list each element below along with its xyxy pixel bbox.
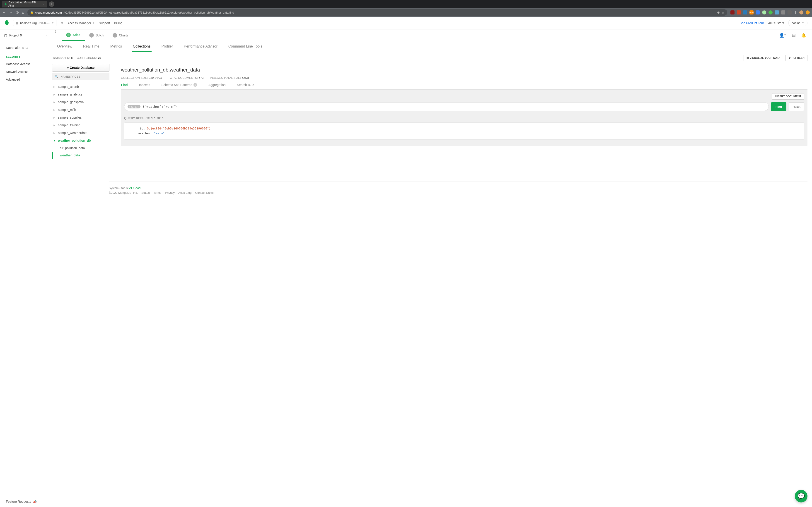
db-item[interactable]: ▶sample_analytics <box>52 91 109 98</box>
chevron-right-icon: ▶ <box>53 116 56 119</box>
collection-item[interactable]: air_pollution_data <box>52 145 109 152</box>
sidebar-item-advanced[interactable]: Advanced <box>0 75 52 83</box>
gear-icon[interactable]: ⚙ <box>60 21 63 25</box>
find-button[interactable]: Find <box>771 102 786 111</box>
footer-link[interactable]: Status <box>141 191 150 194</box>
chevron-right-icon: ▶ <box>53 93 56 96</box>
more-icon[interactable]: ⋮ <box>794 11 797 14</box>
anti-pattern-count: 0 <box>194 83 197 87</box>
databases-label: DATABASES: <box>53 56 70 60</box>
extension-icon[interactable] <box>756 10 760 14</box>
footer-link[interactable]: Privacy <box>165 191 175 194</box>
chevron-down-icon: ▼ <box>802 22 804 24</box>
total-documents: 573 <box>199 76 204 79</box>
browser-tab[interactable]: ◆ Data | Atlas: MongoDB Atlas × <box>2 1 47 7</box>
cluster-tab-profiler[interactable]: Profiler <box>161 44 174 52</box>
project-name: Project 0 <box>9 34 22 37</box>
status-badge[interactable]: All Good <box>129 186 141 190</box>
collection-tab-indexes[interactable]: Indexes <box>139 83 150 87</box>
all-clusters-link[interactable]: All Clusters <box>768 21 784 25</box>
extension-icon[interactable] <box>768 10 773 14</box>
cluster-tab-collections[interactable]: Collections <box>132 44 151 52</box>
star-icon[interactable]: ☆ <box>722 11 724 14</box>
project-selector[interactable]: ▢ Project 0 ▼ <box>0 30 52 41</box>
url-bar[interactable]: 🔒 cloud.mongodb.com/v2/5ea33652445d921ef… <box>28 9 727 16</box>
cluster-tab-metrics[interactable]: Metrics <box>109 44 123 52</box>
create-database-button[interactable]: + Create Database <box>52 64 109 71</box>
visualize-button[interactable]: ▥ VISUALIZE YOUR DATA <box>744 55 783 61</box>
namespace-search[interactable]: 🔍 NAMESPACES <box>52 73 109 80</box>
cluster-tab-overview[interactable]: Overview <box>56 44 73 52</box>
forward-icon[interactable]: → <box>9 10 13 14</box>
chevron-right-icon: ▶ <box>53 101 56 103</box>
sidebar-item-network-access[interactable]: Network Access <box>0 68 52 75</box>
footer-link[interactable]: Contact Sales <box>195 191 214 194</box>
plus-icon: + <box>67 66 70 69</box>
user-menu[interactable]: nadine ▼ <box>788 20 807 26</box>
sidebar-item-datalake[interactable]: Data Lake BETA <box>0 44 52 52</box>
nav-access-manager[interactable]: Access Manager ▼ <box>67 21 95 25</box>
project-menu-icon[interactable]: ⋮ <box>52 30 59 41</box>
refresh-button[interactable]: ↻ REFRESH <box>785 55 807 61</box>
bell-icon[interactable]: 🔔 <box>801 33 806 38</box>
lock-icon: 🔒 <box>30 11 34 14</box>
extension-icon[interactable]: NEW <box>750 10 754 14</box>
collection-tab-find[interactable]: Find <box>121 83 128 87</box>
collection-tab-aggregation[interactable]: Aggregation <box>208 83 226 87</box>
db-item[interactable]: ▶sample_airbnb <box>52 83 109 91</box>
query-results-label: QUERY RESULTS 1-1 OF 1 <box>124 116 804 120</box>
db-item[interactable]: ▶sample_geospatial <box>52 98 109 106</box>
zoom-icon[interactable]: ⊕ <box>717 11 720 14</box>
collection-item-active[interactable]: weather_data <box>52 152 109 159</box>
chevron-down-icon: ▼ <box>46 34 48 37</box>
footer-link[interactable]: Atlas Blog <box>178 191 192 194</box>
collection-tab-search[interactable]: SearchBETA <box>237 83 254 87</box>
tab-charts[interactable]: Charts <box>108 30 133 41</box>
atlas-icon <box>66 33 71 37</box>
extension-icon[interactable] <box>806 10 810 14</box>
db-item-active[interactable]: ▼weather_pollution_db <box>52 137 109 145</box>
extension-icon[interactable] <box>781 10 785 14</box>
insert-document-button[interactable]: INSERT DOCUMENT <box>772 93 804 100</box>
sidebar-item-database-access[interactable]: Database Access <box>0 60 52 68</box>
beta-badge: BETA <box>22 47 28 49</box>
section-security: SECURITY <box>0 52 52 60</box>
reload-icon[interactable]: ⟳ <box>16 10 19 15</box>
invite-icon[interactable]: 👤⁺ <box>779 33 786 38</box>
footer-link[interactable]: Terms <box>153 191 161 194</box>
document-card[interactable]: _id: ObjectId("5eb5a8d0766b209e35196056"… <box>124 122 804 139</box>
cluster-tab-realtime[interactable]: Real Time <box>82 44 100 52</box>
collection-tab-antipatterns[interactable]: Schema Anti-Patterns 0 <box>161 83 197 87</box>
filter-input[interactable]: FILTER {"weather":"warm"} <box>124 102 769 111</box>
extension-icon[interactable] <box>730 10 734 14</box>
db-item[interactable]: ▶sample_training <box>52 121 109 129</box>
reset-button[interactable]: Reset <box>789 102 804 111</box>
feedback-icon[interactable]: ▤ <box>792 33 796 38</box>
close-icon[interactable]: × <box>43 2 44 6</box>
home-icon[interactable]: ⌂ <box>22 10 24 14</box>
new-tab-button[interactable]: + <box>49 1 54 7</box>
extension-icon[interactable] <box>775 10 779 14</box>
nav-billing[interactable]: Billing <box>114 21 122 25</box>
tab-atlas[interactable]: Atlas <box>62 30 85 41</box>
nav-support[interactable]: Support <box>99 21 110 25</box>
chevron-right-icon: ▶ <box>53 132 56 134</box>
back-icon[interactable]: ← <box>2 10 6 14</box>
chevron-down-icon: ▼ <box>52 22 54 24</box>
extension-icon[interactable] <box>743 10 747 14</box>
org-selector[interactable]: ▤ nadine's Org - 2020-… ▼ <box>13 20 56 26</box>
cluster-tab-cli[interactable]: Command Line Tools <box>227 44 263 52</box>
mongodb-leaf-icon[interactable] <box>5 20 9 26</box>
db-item[interactable]: ▶sample_mflix <box>52 106 109 114</box>
extension-icon[interactable] <box>762 10 766 14</box>
avatar[interactable] <box>799 10 803 14</box>
db-item[interactable]: ▶sample_weatherdata <box>52 129 109 137</box>
db-item[interactable]: ▶sample_supplies <box>52 114 109 121</box>
chevron-right-icon: ▶ <box>53 124 56 126</box>
extension-icon[interactable] <box>788 10 792 14</box>
extension-icon[interactable] <box>737 10 741 14</box>
cluster-tab-perf-advisor[interactable]: Performance Advisor <box>183 44 218 52</box>
org-name: nadine's Org - 2020-… <box>20 21 50 25</box>
tab-stitch[interactable]: Stitch <box>85 30 108 41</box>
product-tour-link[interactable]: See Product Tour <box>740 21 764 25</box>
